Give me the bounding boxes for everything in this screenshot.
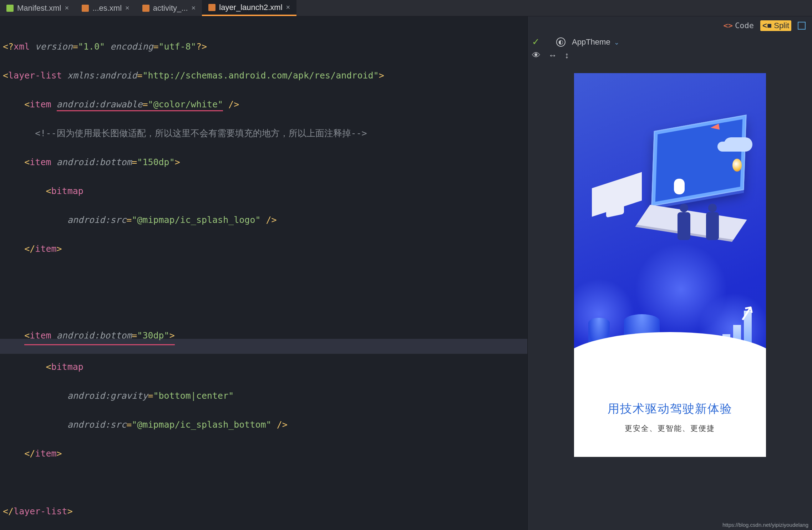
editor-pane[interactable]: <?xml version="1.0" encoding="utf-8"?> <… xyxy=(0,16,527,530)
robot-icon xyxy=(6,5,14,12)
tag-layer-list: layer-list xyxy=(14,506,67,516)
lt: < xyxy=(24,99,30,109)
gt: > xyxy=(175,157,180,167)
sp xyxy=(51,330,57,341)
watermark: https://blog.csdn.net/yipiziyoudelang xyxy=(722,522,808,528)
tabbar: Manifest.xml × ...es.xml × activity_... … xyxy=(0,0,812,16)
xml-editor[interactable]: <?xml version="1.0" encoding="utf-8"?> <… xyxy=(0,16,527,530)
lt: < xyxy=(46,186,51,196)
graphic-chair xyxy=(606,196,624,218)
attr-xmlns: xmlns:android xyxy=(67,70,137,81)
resize-vertical-icon[interactable]: ↕ xyxy=(565,50,569,60)
code-icon: <> xyxy=(724,19,733,32)
lt-slash: </ xyxy=(24,448,35,459)
eq: = xyxy=(137,70,142,81)
mode-split-button[interactable]: <■ Split xyxy=(760,20,791,31)
close-icon[interactable]: × xyxy=(286,3,290,11)
graphic-cloud xyxy=(724,137,752,152)
val: "1.0" xyxy=(78,41,105,52)
self-close: /> xyxy=(261,215,277,225)
lt: < xyxy=(46,362,51,372)
lt: < xyxy=(24,157,30,167)
mode-code-label: Code xyxy=(735,19,754,32)
tag-bitmap: bitmap xyxy=(51,362,83,372)
lt: < xyxy=(3,70,8,81)
device-frame: ↗ 用技术驱动驾驶新体验 更安全、更智能、更便捷 xyxy=(574,73,766,457)
attr: version xyxy=(35,41,72,52)
eq: = xyxy=(142,99,148,109)
tab-label: activity_... xyxy=(153,4,188,13)
tab-activity[interactable]: activity_... × xyxy=(136,0,202,16)
underlined-attr-drawable: android:drawable="@color/white" xyxy=(57,99,223,111)
tab-manifest[interactable]: Manifest.xml × xyxy=(0,0,75,16)
resize-horizontal-icon[interactable]: ↔ xyxy=(548,50,557,60)
val: "@mipmap/ic_splash_bottom" xyxy=(132,419,271,430)
eq: = xyxy=(126,215,132,225)
main-split: <?xml version="1.0" encoding="utf-8"?> <… xyxy=(0,16,812,530)
attr: android:drawable xyxy=(57,99,143,109)
eq: = xyxy=(148,391,153,401)
xml-decl-open: <? xyxy=(3,41,14,52)
mode-code-button[interactable]: <> Code xyxy=(721,19,756,33)
close-icon[interactable]: × xyxy=(192,4,196,12)
tag-item: item xyxy=(35,448,56,459)
device-preview-area[interactable]: ↗ 用技术驱动驾驶新体验 更安全、更智能、更便捷 xyxy=(528,65,812,530)
tab-label: layer_launch2.xml xyxy=(219,3,282,12)
lt-slash: </ xyxy=(24,244,35,254)
tag-item: item xyxy=(30,157,51,167)
preview-pane: <> Code <■ Split ✓ ◐ AppTheme ⌄ 👁 ↔ ↕ xyxy=(527,16,812,530)
underlined-item-open: <item android:bottom="30dp"> xyxy=(24,328,175,346)
graphic-person xyxy=(706,212,719,240)
chevron-down-icon: ⌄ xyxy=(614,39,619,46)
comment: <!--因为使用最长图做适配，所以这里不会有需要填充的地方，所以上面注释掉--> xyxy=(35,128,367,138)
splash-title: 用技术驱动驾驶新体验 xyxy=(574,401,766,417)
attr: android:bottom xyxy=(57,330,132,341)
view-mode-switch: <> Code <■ Split xyxy=(528,16,812,35)
val: "@color/white" xyxy=(148,99,223,109)
resource-icon xyxy=(82,5,89,12)
sp xyxy=(62,70,67,81)
eq: = xyxy=(73,41,78,52)
graphic-person xyxy=(677,212,690,240)
lt: < xyxy=(24,330,30,341)
lt-slash: </ xyxy=(3,506,14,516)
val: "bottom|center" xyxy=(153,391,234,401)
preview-toolbar: 👁 ↔ ↕ xyxy=(528,50,812,65)
gt: > xyxy=(67,506,73,516)
design-icon xyxy=(798,22,806,30)
xml-decl-tag: xml xyxy=(14,41,35,52)
close-icon[interactable]: × xyxy=(65,4,69,12)
eq: = xyxy=(153,41,159,52)
theme-icon: ◐ xyxy=(556,37,565,47)
sp xyxy=(51,99,57,109)
gt: > xyxy=(57,448,62,459)
tag-layer-list: layer-list xyxy=(8,70,62,81)
resource-icon xyxy=(142,5,149,12)
tag-item: item xyxy=(30,330,51,341)
visibility-icon[interactable]: 👁 xyxy=(532,50,541,60)
splash-subtitle: 更安全、更智能、更便捷 xyxy=(574,423,766,433)
gt: > xyxy=(57,244,62,254)
self-close: /> xyxy=(271,419,288,430)
gt: > xyxy=(169,330,175,341)
tab-layer-launch2[interactable]: layer_launch2.xml × xyxy=(202,0,296,16)
graphic-monitor xyxy=(651,114,746,207)
theme-label: AppTheme xyxy=(572,37,610,46)
attr: encoding xyxy=(110,41,153,52)
self-close: /> xyxy=(223,99,239,109)
mode-design-button[interactable] xyxy=(796,21,808,30)
graphic-balloon xyxy=(732,159,742,172)
val: "http://schemas.android.com/apk/res/andr… xyxy=(142,70,379,81)
split-icon: <■ xyxy=(762,21,772,30)
attr: android:src xyxy=(67,419,127,430)
theme-dropdown[interactable]: AppTheme ⌄ xyxy=(572,37,619,47)
val: "30dp" xyxy=(137,330,169,341)
graphic-keyboard xyxy=(636,205,747,240)
splash-illustration xyxy=(599,105,742,305)
mode-split-label: Split xyxy=(774,21,789,30)
tab-res[interactable]: ...es.xml × xyxy=(75,0,136,16)
close-icon[interactable]: × xyxy=(125,4,130,12)
preview-status-row: ✓ ◐ AppTheme ⌄ xyxy=(528,35,812,50)
tag-bitmap: bitmap xyxy=(51,186,83,196)
tag-item: item xyxy=(35,244,56,254)
